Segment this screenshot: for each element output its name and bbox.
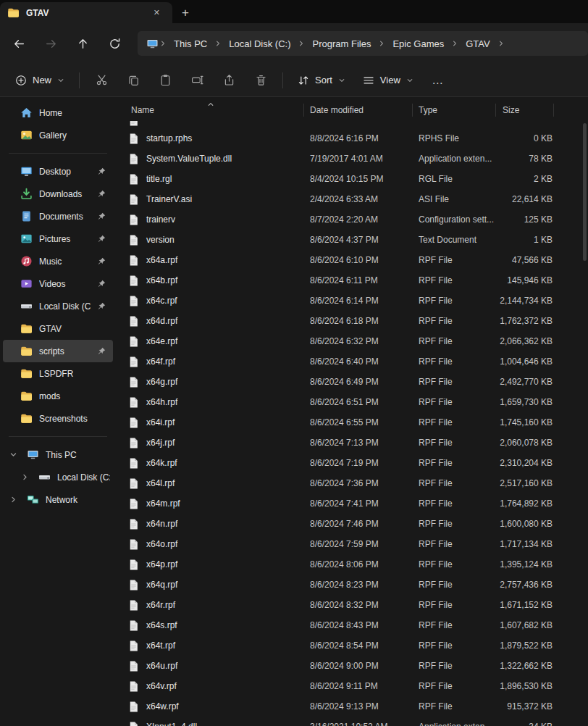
sidebar-item-documents[interactable]: Documents: [3, 205, 113, 228]
scrollbar-thumb[interactable]: [583, 123, 587, 261]
file-type: RPF File: [413, 681, 496, 691]
file-row-x64f-rpf[interactable]: x64f.rpf8/6/2024 6:40 PMRPF File1,004,64…: [116, 351, 588, 372]
forward-button[interactable]: [36, 30, 65, 57]
file-row-version[interactable]: version8/6/2024 4:37 PMText Document1 KB: [116, 230, 588, 250]
sidebar-item-downloads[interactable]: Downloads: [3, 183, 113, 205]
file-row-x64i-rpf[interactable]: x64i.rpf8/6/2024 6:55 PMRPF File1,745,16…: [116, 412, 588, 433]
cut-button[interactable]: [86, 68, 117, 93]
file-row-x64n-rpf[interactable]: x64n.rpf8/6/2024 7:46 PMRPF File1,600,08…: [116, 514, 588, 534]
chevron-right-icon[interactable]: [17, 473, 32, 481]
column-header-date-modified[interactable]: Date modified: [304, 105, 413, 115]
file-row-x64g-rpf[interactable]: x64g.rpf8/6/2024 6:49 PMRPF File2,492,77…: [116, 372, 588, 392]
sidebar-item-mods[interactable]: mods: [3, 385, 113, 407]
file-row-x64u-rpf[interactable]: x64u.rpf8/6/2024 9:00 PMRPF File1,322,66…: [116, 656, 588, 676]
file-name: x64b.rpf: [146, 275, 177, 285]
chevron-down-icon: [338, 77, 345, 84]
file-row-x64m-rpf[interactable]: x64m.rpf8/6/2024 7:41 PMRPF File1,764,89…: [116, 493, 588, 514]
sidebar-item-local-disk-c[interactable]: Local Disk (C:): [3, 466, 113, 488]
file-row-x64o-rpf[interactable]: x64o.rpf8/6/2024 7:59 PMRPF File1,717,13…: [116, 534, 588, 554]
sidebar-item-screenshots[interactable]: Screenshots: [3, 407, 113, 430]
sidebar-item-home[interactable]: Home: [3, 101, 113, 124]
new-button[interactable]: New: [7, 70, 72, 91]
file-icon: [127, 599, 140, 612]
sort-button[interactable]: Sort: [290, 70, 353, 91]
sidebar-item-videos[interactable]: Videos: [3, 272, 113, 295]
file-row-x64k-rpf[interactable]: x64k.rpf8/6/2024 7:19 PMRPF File2,310,20…: [116, 453, 588, 473]
breadcrumb-item-local-disk-c[interactable]: Local Disk (C:): [222, 36, 297, 52]
file-row-x64c-rpf[interactable]: x64c.rpf8/6/2024 6:14 PMRPF File2,144,73…: [116, 291, 588, 311]
file-row-xinput1-4-dll[interactable]: XInput1_4.dll3/16/2021 10:52 AMApplicati…: [116, 717, 588, 726]
view-button[interactable]: View: [355, 70, 421, 91]
toolbar-divider: [79, 72, 80, 88]
rename-button[interactable]: [182, 68, 212, 93]
sidebar-item-scripts[interactable]: scripts: [3, 340, 113, 362]
new-tab-button[interactable]: +: [172, 2, 198, 23]
file-size: 1,717,134 KB: [496, 539, 554, 549]
address-bar[interactable]: This PCLocal Disk (C:)Program FilesEpic …: [138, 31, 588, 56]
sidebar-item-music[interactable]: Music: [3, 250, 113, 272]
file-row-x64r-rpf[interactable]: x64r.rpf8/6/2024 8:32 PMRPF File1,671,15…: [116, 595, 588, 615]
file-row-startup-rphs[interactable]: startup.rphs8/8/2024 6:16 PMRPHS File0 K…: [116, 128, 588, 149]
file-name: x64t.rpf: [146, 641, 175, 651]
this-pc-icon: [146, 38, 159, 50]
more-options-button[interactable]: …: [423, 68, 453, 93]
sidebar-item-lspdfr[interactable]: LSPDFR: [3, 362, 113, 385]
file-row-x64l-rpf[interactable]: x64l.rpf8/6/2024 7:36 PMRPF File2,517,16…: [116, 473, 588, 493]
sidebar-item-pictures[interactable]: Pictures: [3, 228, 113, 250]
chevron-right-icon[interactable]: [6, 496, 20, 504]
breadcrumb-item-gtav[interactable]: GTAV: [459, 36, 496, 52]
column-header-name[interactable]: Name: [116, 105, 304, 115]
file-row-x64j-rpf[interactable]: x64j.rpf8/6/2024 7:13 PMRPF File2,060,07…: [116, 433, 588, 453]
file-row-x64a-rpf[interactable]: x64a.rpf8/6/2024 6:10 PMRPF File47,566 K…: [116, 250, 588, 270]
file-row-title-rgl[interactable]: title.rgl8/4/2024 10:15 PMRGL File2 KB: [116, 169, 588, 189]
refresh-button[interactable]: [100, 30, 129, 57]
file-row-x64s-rpf[interactable]: x64s.rpf8/6/2024 8:43 PMRPF File1,607,68…: [116, 615, 588, 635]
breadcrumb-item-epic-games[interactable]: Epic Games: [386, 36, 450, 52]
view-button-label: View: [380, 75, 400, 85]
close-tab-icon[interactable]: ✕: [148, 7, 165, 19]
sidebar-item-gallery[interactable]: Gallery: [3, 124, 113, 146]
copy-button[interactable]: [118, 68, 148, 93]
chevron-down-icon[interactable]: [6, 451, 20, 459]
file-icon: [127, 640, 140, 652]
file-row-x64p-rpf[interactable]: x64p.rpf8/6/2024 8:06 PMRPF File1,395,12…: [116, 554, 588, 575]
scrollbar[interactable]: [583, 123, 587, 722]
file-row-x64t-rpf[interactable]: x64t.rpf8/6/2024 8:54 PMRPF File1,879,52…: [116, 635, 588, 656]
breadcrumb-item-program-files[interactable]: Program Files: [306, 36, 377, 52]
column-header-size[interactable]: Size: [496, 105, 554, 115]
back-button[interactable]: [4, 30, 33, 57]
file-row-trainerv-asi[interactable]: TrainerV.asi2/4/2024 6:33 AMASI File22,6…: [116, 189, 588, 209]
file-row-x64d-rpf[interactable]: x64d.rpf8/6/2024 6:18 PMRPF File1,762,37…: [116, 311, 588, 331]
file-type: RPF File: [413, 438, 496, 448]
file-size: 125 KB: [496, 214, 554, 225]
explorer-tab[interactable]: GTAV ✕: [0, 2, 172, 23]
file-row-system-valuetuple-dll[interactable]: System.ValueTuple.dll7/19/2017 4:01 AMAp…: [116, 149, 588, 169]
file-row-x64w-rpf[interactable]: x64w.rpf8/6/2024 9:13 PMRPF File915,372 …: [116, 696, 588, 717]
breadcrumb-item-this-pc[interactable]: This PC: [167, 36, 214, 52]
sidebar-item-desktop[interactable]: Desktop: [3, 160, 113, 183]
sidebar-item-gtav[interactable]: GTAV: [3, 317, 113, 340]
sidebar-item-local-disk-c[interactable]: Local Disk (C:): [3, 295, 113, 317]
sidebar-item-this-pc[interactable]: This PC: [3, 443, 113, 466]
column-header-type[interactable]: Type: [413, 105, 496, 115]
file-row-x64v-rpf[interactable]: x64v.rpf8/6/2024 9:11 PMRPF File1,896,53…: [116, 676, 588, 696]
file-row-x64e-rpf[interactable]: x64e.rpf8/6/2024 6:32 PMRPF File2,066,36…: [116, 331, 588, 351]
up-button[interactable]: [68, 30, 97, 57]
documents-icon: [20, 210, 33, 222]
file-type: RPF File: [413, 580, 496, 590]
file-row-x64b-rpf[interactable]: x64b.rpf8/6/2024 6:11 PMRPF File145,946 …: [116, 270, 588, 291]
file-icon: [127, 133, 140, 145]
paste-button[interactable]: [150, 68, 180, 93]
sidebar-item-label: Network: [46, 495, 110, 505]
share-button[interactable]: [214, 68, 244, 93]
breadcrumb-chevron-icon: [297, 40, 306, 47]
breadcrumb-chevron-icon: [377, 40, 386, 47]
file-row-x64h-rpf[interactable]: x64h.rpf8/6/2024 6:51 PMRPF File1,659,73…: [116, 392, 588, 412]
pin-icon: [97, 212, 106, 221]
delete-button[interactable]: [245, 68, 276, 93]
file-row-x64q-rpf[interactable]: x64q.rpf8/6/2024 8:23 PMRPF File2,757,43…: [116, 575, 588, 595]
sidebar-item-network[interactable]: Network: [3, 488, 113, 511]
file-row-trainerv[interactable]: trainerv8/7/2024 2:20 AMConfiguration se…: [116, 209, 588, 230]
file-row[interactable]: [116, 119, 588, 128]
file-size: 2,517,160 KB: [496, 478, 554, 488]
